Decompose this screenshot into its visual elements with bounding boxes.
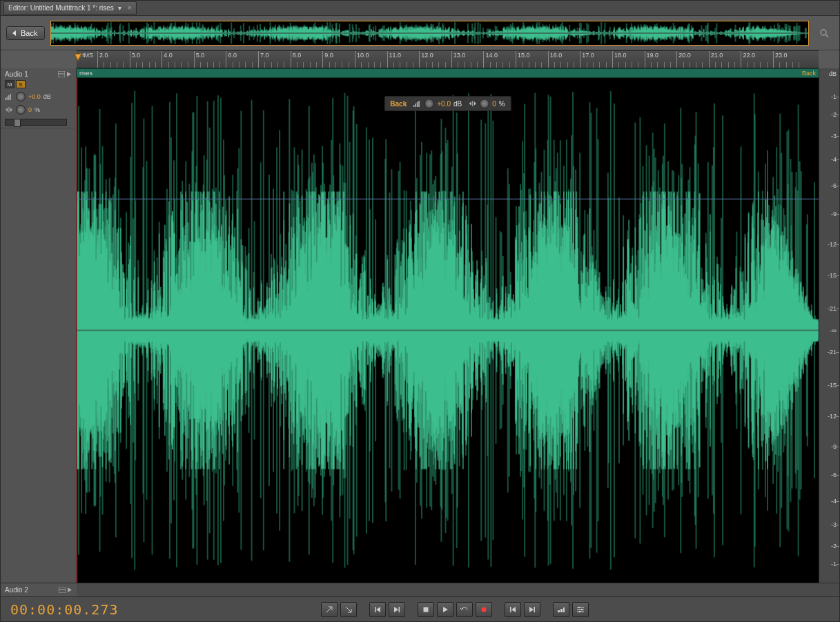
- hud-pan-value[interactable]: 0: [492, 100, 496, 108]
- panel-tab-bar: Editor: Untitled Multitrack 1 *: rises ▾…: [1, 1, 839, 16]
- ruler-tick: 6.0: [226, 51, 226, 68]
- waveform-display[interactable]: Back +0.0 dB 0 %: [77, 78, 819, 583]
- volume-unit: dB: [43, 93, 51, 100]
- ruler-tick: 23.0: [773, 51, 774, 68]
- track-options-icon[interactable]: [59, 587, 72, 593]
- timeline-ruler[interactable]: HMS 2.03.04.05.06.07.08.09.010.011.012.0…: [77, 50, 819, 68]
- overview-toolbar: Back: [1, 16, 839, 50]
- pan-icon: [5, 106, 13, 113]
- track-body-2[interactable]: [77, 583, 819, 596]
- ruler-tick: 2.0: [97, 51, 98, 68]
- hud-name: Back: [390, 100, 407, 108]
- track-pan-control[interactable]: 0 %: [5, 105, 72, 115]
- skip-next-button[interactable]: [524, 602, 540, 617]
- back-button[interactable]: Back: [6, 26, 45, 40]
- track-row-2: Audio 2: [1, 583, 839, 596]
- hud-volume-unit: dB: [453, 100, 462, 108]
- track-fader[interactable]: [5, 119, 67, 126]
- ruler-tick: 21.0: [709, 51, 710, 68]
- ruler-tick: 14.0: [483, 51, 484, 68]
- volume-value[interactable]: +0.0: [28, 93, 41, 100]
- solo-button[interactable]: S: [16, 80, 26, 88]
- ruler-tick: 4.0: [162, 51, 162, 68]
- svg-rect-22: [558, 610, 560, 612]
- svg-rect-16: [375, 607, 376, 612]
- record-button[interactable]: [476, 602, 492, 617]
- track-header-2[interactable]: Audio 2: [1, 583, 77, 596]
- svg-rect-12: [419, 101, 420, 107]
- svg-rect-10: [416, 104, 417, 107]
- ruler-tick: 18.0: [612, 51, 613, 68]
- ruler-tick: 12.0: [419, 51, 420, 68]
- ruler-tick: 8.0: [291, 51, 291, 68]
- svg-rect-24: [563, 608, 565, 612]
- settings-button[interactable]: [572, 602, 589, 617]
- playhead-marker-icon[interactable]: [73, 52, 83, 62]
- db-unit: dB: [829, 70, 837, 77]
- track-header-1[interactable]: Audio 1 M S +0.0 dB: [1, 68, 76, 128]
- svg-rect-5: [7, 97, 8, 100]
- mute-button[interactable]: M: [5, 80, 14, 88]
- svg-rect-23: [560, 609, 563, 612]
- overview-waveform[interactable]: [50, 21, 809, 46]
- ruler-tick: 3.0: [130, 51, 130, 68]
- zoom-out-vertical-button[interactable]: [340, 602, 357, 617]
- loop-button[interactable]: [456, 602, 473, 617]
- editor-tab[interactable]: Editor: Untitled Multitrack 1 *: rises ▾…: [3, 1, 137, 15]
- ruler-tick: 20.0: [676, 51, 677, 68]
- svg-rect-20: [510, 607, 511, 612]
- pan-icon: [469, 100, 477, 107]
- ruler-tick: 15.0: [516, 51, 516, 68]
- svg-rect-6: [8, 95, 10, 100]
- track-volume-control[interactable]: +0.0 dB: [5, 92, 72, 101]
- volume-bars-icon: [5, 93, 13, 100]
- hud-volume-knob[interactable]: [424, 99, 434, 108]
- back-arrow-icon: [11, 30, 18, 37]
- pan-knob[interactable]: [16, 105, 26, 115]
- track-name: Audio 1: [5, 70, 28, 78]
- volume-knob[interactable]: [16, 92, 26, 101]
- svg-line-1: [826, 35, 828, 37]
- go-start-button[interactable]: [369, 602, 386, 617]
- amplitude-scale: dB -1-2-3-4-6-9-12-15-21-∞-1-2-3-4-6-9-1…: [819, 68, 839, 583]
- svg-rect-21: [534, 607, 535, 612]
- track-options-icon[interactable]: [58, 71, 72, 77]
- stop-button[interactable]: [418, 602, 434, 617]
- clip-hud[interactable]: Back +0.0 dB 0 %: [384, 96, 511, 111]
- skip-previous-button[interactable]: [505, 602, 521, 617]
- tab-title: Untitled Multitrack 1 *: rises: [30, 4, 114, 12]
- search-icon[interactable]: [814, 23, 834, 43]
- track-name: Audio 2: [5, 586, 28, 594]
- pan-unit: %: [35, 106, 40, 113]
- svg-point-30: [578, 610, 580, 612]
- skip-selection-button[interactable]: [553, 602, 569, 617]
- svg-rect-7: [10, 94, 12, 100]
- ruler-tick: 9.0: [322, 51, 323, 68]
- clip-name: rises: [79, 70, 92, 77]
- tab-close-icon[interactable]: ×: [128, 4, 132, 12]
- tab-prefix: Editor:: [8, 4, 28, 12]
- svg-point-28: [578, 606, 580, 608]
- svg-point-29: [580, 608, 583, 610]
- tab-dropdown-icon[interactable]: ▾: [117, 4, 124, 12]
- ruler-tick: 11.0: [387, 51, 388, 68]
- zoom-in-vertical-button[interactable]: [321, 602, 338, 617]
- hud-pan-knob[interactable]: [480, 99, 489, 108]
- pan-value[interactable]: 0: [28, 106, 32, 113]
- clip-header[interactable]: rises Back: [77, 68, 819, 78]
- db-label: -∞: [830, 327, 837, 334]
- svg-rect-9: [413, 105, 415, 107]
- ruler-tick: 10.0: [355, 51, 355, 68]
- svg-rect-11: [417, 102, 418, 107]
- timecode-display[interactable]: 00:00:00.273: [1, 601, 222, 618]
- ruler-tick: 16.0: [548, 51, 549, 68]
- ruler-tick: 5.0: [194, 51, 195, 68]
- volume-bars-icon: [413, 100, 422, 107]
- hud-volume-value[interactable]: +0.0: [437, 100, 451, 108]
- ruler-tick: 17.0: [580, 51, 580, 68]
- ruler-tick: 7.0: [258, 51, 259, 68]
- ruler-tick: 13.0: [451, 51, 452, 68]
- play-button[interactable]: [437, 602, 453, 617]
- playhead-line[interactable]: [77, 78, 77, 583]
- go-end-button[interactable]: [389, 602, 405, 617]
